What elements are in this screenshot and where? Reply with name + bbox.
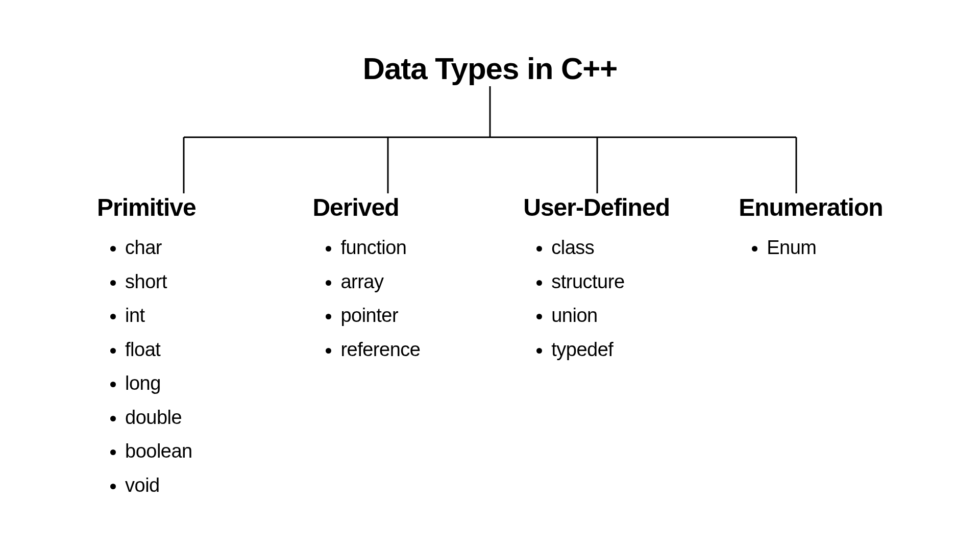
category-title: Derived [312,193,472,221]
list-item: int [125,298,266,333]
category-title: Enumeration [739,193,898,221]
list-item: float [125,333,266,367]
list-item: function [340,231,472,265]
category-items: class structure union typedef [523,231,703,366]
list-item: pointer [340,298,472,333]
connector-lines [133,86,847,198]
list-item: boolean [125,434,266,468]
list-item: char [125,231,266,265]
category-enumeration: Enumeration Enum [739,193,898,502]
category-items: char short int float long double boolean… [97,231,266,502]
category-primitive: Primitive char short int float long doub… [97,193,266,502]
list-item: reference [340,333,472,367]
list-item: void [125,468,266,503]
list-item: union [551,298,703,333]
columns-container: Primitive char short int float long doub… [82,193,898,502]
category-title: User-Defined [523,193,703,221]
category-user-defined: User-Defined class structure union typed… [523,193,703,502]
category-title: Primitive [97,193,266,221]
list-item: double [125,400,266,435]
diagram-title: Data Types in C++ [82,51,898,86]
list-item: structure [551,265,703,299]
category-items: function array pointer reference [312,231,472,366]
category-derived: Derived function array pointer reference [312,193,472,502]
diagram-container: Data Types in C++ Primitive char short i… [82,51,898,502]
list-item: long [125,366,266,400]
list-item: Enum [767,231,898,265]
list-item: short [125,265,266,299]
list-item: array [340,265,472,299]
list-item: typedef [551,333,703,367]
category-items: Enum [739,231,898,265]
list-item: class [551,231,703,265]
